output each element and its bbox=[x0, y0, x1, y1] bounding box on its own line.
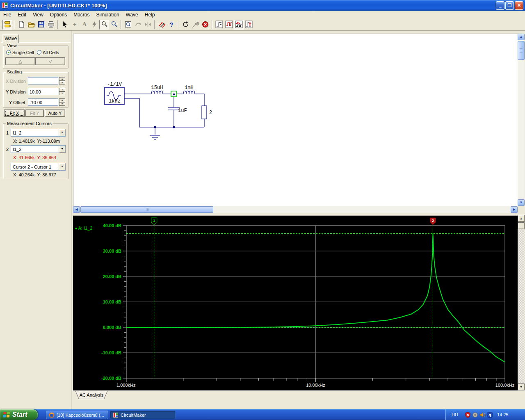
setup-wrench-icon[interactable] bbox=[190, 20, 200, 30]
waveform-window[interactable]: 40.00 dB30.00 dB20.00 dB10.00 dB0.000 dB… bbox=[73, 215, 518, 390]
minimize-button[interactable]: _ bbox=[496, 1, 504, 10]
window-title: CircuitMaker - [UNTITLED.CKT* 100%] bbox=[10, 2, 107, 9]
inductor2-label: 1mH bbox=[185, 85, 194, 91]
wave-control-panel: Wave View Single Cell All Cells △ ▽ Scal… bbox=[0, 31, 72, 409]
vertical-scroll-thumb[interactable] bbox=[518, 41, 525, 60]
all-cells-radio[interactable] bbox=[37, 50, 41, 55]
select-arrow-icon[interactable] bbox=[60, 20, 70, 30]
task-browser[interactable]: [10] Kapcsolóüzemű (... bbox=[46, 411, 108, 419]
y-offset-spinner[interactable]: ▲▼ bbox=[59, 98, 65, 106]
menu-simulation[interactable]: Simulation bbox=[93, 11, 123, 18]
close-button[interactable]: ✕ bbox=[515, 1, 523, 10]
zoom-tool-icon[interactable] bbox=[109, 20, 119, 30]
probe-tool-icon[interactable] bbox=[99, 20, 109, 30]
scroll-up-icon[interactable]: ▲ bbox=[518, 34, 525, 40]
new-file-icon[interactable] bbox=[16, 20, 26, 30]
inductor-1mH[interactable] bbox=[183, 91, 195, 94]
waveform-plot[interactable]: 40.00 dB30.00 dB20.00 dB10.00 dB0.000 dB… bbox=[73, 216, 518, 390]
start-button[interactable]: Start bbox=[0, 409, 38, 420]
tab-wave[interactable]: Wave bbox=[2, 34, 19, 43]
security-shield-icon[interactable] bbox=[465, 412, 471, 418]
scaling-group-title: Scaling bbox=[6, 69, 23, 74]
fit-y-button[interactable]: Fit Y bbox=[25, 110, 44, 117]
horizontal-scroll-thumb[interactable] bbox=[80, 206, 213, 213]
device-icon[interactable] bbox=[472, 412, 478, 418]
waveform-vertical-scrollbar[interactable]: ▲ ▼ bbox=[518, 215, 525, 390]
cursor2-dropdown-icon[interactable]: ▼ bbox=[59, 146, 65, 153]
title-bar[interactable]: CircuitMaker - [UNTITLED.CKT* 100%] _ ❐ … bbox=[0, 0, 525, 11]
y-division-input[interactable] bbox=[28, 88, 58, 95]
cursor1-dropdown-icon[interactable]: ▼ bbox=[59, 129, 65, 136]
resistor-2ohm[interactable] bbox=[202, 106, 207, 119]
auto-y-button[interactable]: Auto Y bbox=[45, 110, 65, 117]
scroll-up-icon[interactable]: ▲ bbox=[518, 215, 525, 222]
resistor-label: 2 bbox=[209, 110, 212, 116]
language-indicator[interactable]: HU bbox=[452, 412, 458, 417]
schematic-canvas[interactable]: A -1/1V 1kHz 15uH 1mH 1uF 2 bbox=[73, 34, 518, 206]
scaling-group: Scaling X Division ▲▼ Y Division ▲▼ Y Of… bbox=[3, 72, 68, 108]
volume-icon[interactable] bbox=[479, 412, 486, 418]
cell-up-button[interactable]: △ bbox=[5, 57, 35, 65]
menu-file[interactable]: File bbox=[0, 11, 14, 18]
cursor-diff-readout: X: 40.264k Y: 36.977 bbox=[13, 172, 56, 177]
fit-x-button[interactable]: Fit X bbox=[4, 110, 25, 117]
cursor-diff-select[interactable]: Cursor 2 - Cursor 1 ▼ bbox=[11, 163, 66, 171]
status-strip bbox=[72, 399, 525, 409]
menu-options[interactable]: Options bbox=[47, 11, 70, 18]
parts-bin-icon[interactable] bbox=[2, 20, 12, 30]
cell-down-button[interactable]: ▽ bbox=[35, 57, 65, 65]
circuit-vertical-scrollbar[interactable]: ▲ ▼ bbox=[518, 34, 525, 206]
tab-ac-analysis[interactable]: AC Analysis bbox=[75, 391, 107, 399]
open-file-icon[interactable] bbox=[26, 20, 36, 30]
wire-plus-icon[interactable]: + bbox=[70, 20, 80, 30]
stop-simulation-icon[interactable] bbox=[200, 20, 210, 30]
x-division-input[interactable] bbox=[28, 77, 58, 84]
cursor-flag-number: 2 bbox=[432, 219, 434, 223]
taskbar-clock[interactable]: 14:25 bbox=[497, 412, 509, 417]
probe-point-a[interactable]: A bbox=[171, 91, 177, 97]
cursor2-signal-select[interactable]: I1_2 ▼ bbox=[11, 145, 66, 153]
menu-wave[interactable]: Wave bbox=[123, 11, 142, 18]
scroll-left-icon[interactable]: ◀ bbox=[73, 206, 80, 213]
inductor-15uH[interactable] bbox=[151, 91, 163, 94]
zoom-page-icon[interactable] bbox=[123, 20, 133, 30]
scope-mixed-icon[interactable] bbox=[234, 20, 244, 30]
x-axis-label: 100.0kHz bbox=[495, 383, 514, 388]
scope-pulse-icon[interactable] bbox=[244, 20, 253, 30]
x-division-label: X Division bbox=[6, 79, 26, 84]
save-file-icon[interactable] bbox=[36, 20, 46, 30]
scroll-down-icon[interactable]: ▼ bbox=[518, 199, 525, 206]
menu-view[interactable]: View bbox=[30, 11, 47, 18]
ground-symbol[interactable] bbox=[150, 127, 160, 139]
wires-toggle-icon[interactable] bbox=[157, 20, 167, 30]
menu-macros[interactable]: Macros bbox=[70, 11, 93, 18]
menu-help[interactable]: Help bbox=[142, 11, 158, 18]
y-division-spinner[interactable]: ▲▼ bbox=[59, 88, 65, 95]
scroll-down-icon[interactable]: ▼ bbox=[518, 383, 525, 390]
single-cell-radio[interactable] bbox=[6, 50, 11, 55]
cursor-diff-dropdown-icon[interactable]: ▼ bbox=[59, 163, 65, 170]
cursor2-index: 2 bbox=[6, 147, 9, 152]
y-offset-input[interactable] bbox=[28, 98, 58, 106]
rotate-icon[interactable] bbox=[133, 20, 143, 30]
x-division-spinner[interactable]: ▲▼ bbox=[59, 77, 65, 84]
text-tool-icon[interactable]: A bbox=[80, 20, 89, 30]
reset-simulation-icon[interactable] bbox=[180, 20, 190, 30]
help-icon[interactable]: ? bbox=[167, 20, 176, 30]
cursor1-signal-select[interactable]: I1_2 ▼ bbox=[11, 129, 66, 137]
menu-edit[interactable]: Edit bbox=[14, 11, 30, 18]
restore-button[interactable]: ❐ bbox=[505, 1, 514, 10]
waveform-scroll-thumb[interactable] bbox=[518, 222, 525, 229]
scroll-right-icon[interactable]: ▶ bbox=[511, 206, 518, 213]
scope-square-icon[interactable] bbox=[224, 20, 234, 30]
svg-text:A: A bbox=[173, 92, 175, 97]
scope-step-icon[interactable] bbox=[214, 20, 224, 30]
print-icon[interactable] bbox=[46, 20, 56, 30]
flip-horizontal-icon[interactable] bbox=[143, 20, 153, 30]
task-circuitmaker[interactable]: CircuitMaker bbox=[110, 411, 176, 419]
run-lightning-icon[interactable] bbox=[89, 20, 99, 30]
circuit-horizontal-scrollbar[interactable]: ◀ ▶ bbox=[73, 206, 518, 213]
view-group: View Single Cell All Cells △ ▽ bbox=[3, 46, 68, 68]
bluetooth-icon[interactable] bbox=[487, 412, 493, 418]
y-division-label: Y Division bbox=[6, 89, 26, 94]
